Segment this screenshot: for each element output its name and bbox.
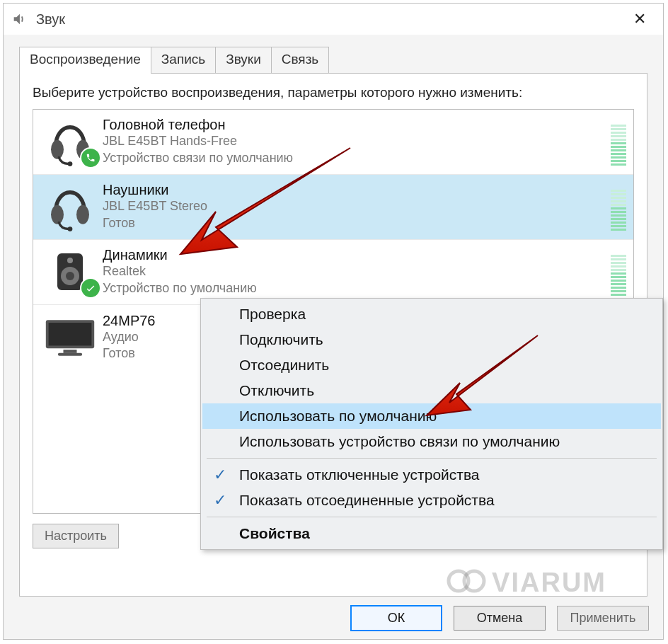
menu-label: Показать отключенные устройства [239, 466, 480, 483]
device-name: Головной телефон [103, 117, 611, 133]
client-area: Воспроизведение Запись Звуки Связь Выбер… [4, 35, 663, 639]
menu-disable[interactable]: Отключить [202, 378, 661, 403]
svg-point-2 [68, 161, 73, 166]
menu-show-disabled[interactable]: Показать отключенные устройства [202, 462, 661, 488]
menu-set-default-comm[interactable]: Использовать устройство связи по умолчан… [202, 429, 661, 454]
button-label: Настроить [45, 529, 107, 543]
level-meter [611, 248, 626, 296]
bottom-bar: ОК Отмена Применить [4, 597, 663, 639]
menu-label: Отсоединить [239, 357, 329, 374]
headset-icon [38, 113, 103, 170]
svg-point-8 [66, 272, 74, 280]
sound-window: Звук ✕ Воспроизведение Запись Звуки Связ… [3, 3, 664, 640]
instruction-text: Выберите устройство воспроизведения, пар… [33, 84, 634, 102]
headset-icon [38, 178, 103, 235]
tab-label: Воспроизведение [30, 52, 141, 67]
sound-icon [11, 11, 28, 28]
svg-point-4 [76, 205, 89, 224]
tab-playback[interactable]: Воспроизведение [19, 47, 151, 74]
watermark: VIARUM [447, 568, 606, 599]
device-sub1: Realtek [103, 263, 611, 280]
menu-label: Подключить [239, 331, 323, 348]
device-row[interactable]: Динамики Realtek Устройство по умолчанию [33, 240, 633, 305]
default-comm-badge [80, 147, 101, 168]
titlebar: Звук ✕ [4, 4, 663, 35]
device-texts: Наушники JBL E45BT Stereo Готов [103, 182, 611, 231]
level-meter [611, 183, 626, 231]
device-sub1: JBL E45BT Hands-Free [103, 133, 611, 149]
close-icon: ✕ [633, 10, 646, 28]
level-meter [611, 117, 626, 166]
device-name: Динамики [103, 247, 611, 263]
svg-rect-11 [49, 323, 92, 345]
cancel-button[interactable]: Отмена [454, 606, 546, 631]
menu-label: Показать отсоединенные устройства [239, 492, 495, 509]
menu-label: Использовать по умолчанию [239, 408, 437, 425]
monitor-icon [38, 309, 103, 366]
menu-label: Свойства [239, 525, 310, 542]
menu-test[interactable]: Проверка [202, 301, 661, 327]
device-sub2: Устройство связи по умолчанию [103, 150, 611, 166]
menu-set-default[interactable]: Использовать по умолчанию [202, 403, 661, 429]
svg-point-5 [68, 226, 73, 231]
ok-button[interactable]: ОК [350, 605, 442, 631]
menu-label: Отключить [239, 382, 314, 399]
svg-rect-12 [64, 350, 77, 353]
device-texts: Головной телефон JBL E45BT Hands-Free Ус… [103, 117, 611, 166]
menu-disconnect[interactable]: Отсоединить [202, 352, 661, 378]
tab-communications[interactable]: Связь [271, 47, 330, 73]
menu-label: Проверка [239, 306, 306, 323]
tab-label: Звуки [226, 52, 261, 67]
menu-label: Использовать устройство связи по умолчан… [239, 433, 560, 450]
window-title: Звук [36, 11, 65, 28]
tabstrip: Воспроизведение Запись Звуки Связь [19, 43, 647, 73]
device-sub2: Готов [103, 215, 611, 231]
button-label: Отмена [477, 611, 523, 625]
device-sub1: JBL E45BT Stereo [103, 198, 611, 214]
menu-connect[interactable]: Подключить [202, 327, 661, 352]
tab-label: Связь [282, 52, 319, 67]
menu-show-disconnected[interactable]: Показать отсоединенные устройства [202, 488, 661, 513]
watermark-text: VIARUM [492, 568, 606, 597]
configure-button[interactable]: Настроить [33, 524, 119, 548]
context-menu: Проверка Подключить Отсоединить Отключит… [200, 298, 663, 550]
svg-point-0 [51, 140, 64, 159]
device-texts: Динамики Realtek Устройство по умолчанию [103, 247, 611, 297]
device-sub2: Устройство по умолчанию [103, 280, 611, 297]
tab-label: Запись [161, 52, 205, 67]
menu-properties[interactable]: Свойства [202, 521, 661, 546]
menu-separator [207, 458, 657, 459]
tab-sounds[interactable]: Звуки [215, 47, 272, 73]
svg-rect-13 [58, 352, 82, 355]
tab-recording[interactable]: Запись [151, 47, 216, 73]
apply-button[interactable]: Применить [557, 606, 649, 631]
device-row[interactable]: Наушники JBL E45BT Stereo Готов [33, 175, 633, 240]
watermark-logo-icon [447, 569, 486, 599]
default-device-badge [80, 277, 101, 299]
speaker-icon [38, 243, 103, 300]
svg-point-9 [67, 258, 73, 263]
device-name: Наушники [103, 182, 611, 198]
button-label: Применить [570, 611, 635, 625]
close-button[interactable]: ✕ [621, 4, 659, 35]
button-label: ОК [388, 611, 405, 625]
device-row[interactable]: Головной телефон JBL E45BT Hands-Free Ус… [33, 110, 633, 175]
svg-point-3 [51, 205, 64, 224]
menu-separator [207, 517, 657, 517]
